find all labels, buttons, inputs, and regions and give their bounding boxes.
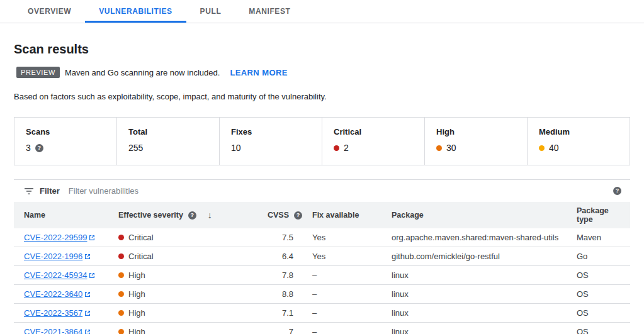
cve-link[interactable]: CVE-2022-29599 xyxy=(24,233,95,242)
stat-fixes: Fixes 10 xyxy=(219,118,322,165)
header-severity: Effective severity xyxy=(118,211,183,220)
help-icon[interactable] xyxy=(294,211,302,220)
stat-critical-value: 2 xyxy=(344,143,349,153)
fix-available-value: – xyxy=(307,323,387,334)
stat-scans-label: Scans xyxy=(26,127,116,136)
tab-overview-label: OVERVIEW xyxy=(28,7,71,16)
header-package-type: Package type xyxy=(577,206,609,224)
cve-link[interactable]: CVE-2022-45934 xyxy=(24,270,95,280)
cve-link[interactable]: CVE-2022-3640 xyxy=(24,289,91,299)
cvss-value: 8.8 xyxy=(247,285,307,304)
cve-link[interactable]: CVE-2021-3864 xyxy=(24,327,91,334)
package-type-value: OS xyxy=(572,304,630,323)
package-value: org.apache.maven.shared:maven-shared-uti… xyxy=(387,228,572,247)
sort-descending-icon[interactable] xyxy=(208,210,212,220)
cve-link[interactable]: CVE-2022-1996 xyxy=(24,252,91,261)
high-dot-icon xyxy=(118,310,124,316)
stat-total-value: 255 xyxy=(128,143,143,153)
cve-id: CVE-2022-1996 xyxy=(24,252,82,261)
tab-pull-label: PULL xyxy=(200,7,222,16)
critical-dot-icon xyxy=(118,235,124,240)
stat-high: High 30 xyxy=(424,118,527,165)
severity-label: Critical xyxy=(128,252,154,261)
header-fix-available: Fix available xyxy=(312,211,359,220)
stat-medium: Medium 40 xyxy=(527,118,630,165)
tab-vulnerabilities-label: VULNERABILITIES xyxy=(99,7,172,16)
filter-label[interactable]: Filter xyxy=(40,186,60,196)
high-dot-icon xyxy=(436,145,442,151)
filter-bar: Filter xyxy=(14,179,630,202)
cvss-value: 7 xyxy=(247,323,307,334)
table-row: CVE-2022-29599 Critical 7.5 Yes org.apac… xyxy=(14,228,630,247)
package-type-value: Maven xyxy=(572,228,630,247)
scan-results-page: OVERVIEW VULNERABILITIES PULL MANIFEST S… xyxy=(0,0,644,334)
table-row: CVE-2022-1996 Critical 6.4 Yes github.co… xyxy=(14,247,630,266)
cvss-value: 6.4 xyxy=(247,247,307,266)
vulnerabilities-table-card: Filter Name Effective severity xyxy=(14,179,630,334)
high-dot-icon xyxy=(118,272,124,278)
preview-badge: PREVIEW xyxy=(16,67,60,78)
package-type-value: OS xyxy=(572,266,630,285)
stat-total: Total 255 xyxy=(116,118,219,165)
severity-label: High xyxy=(128,308,145,318)
cve-id: CVE-2022-29599 xyxy=(24,233,87,242)
filter-icon xyxy=(24,187,34,196)
vulnerabilities-table: Name Effective severity CVSS xyxy=(14,202,630,334)
table-row: CVE-2022-3640 High 8.8 – linux OS xyxy=(14,285,630,304)
critical-dot-icon xyxy=(334,145,339,151)
severity-label: Critical xyxy=(128,233,154,242)
tab-vulnerabilities[interactable]: VULNERABILITIES xyxy=(85,0,186,23)
cve-id: CVE-2022-3567 xyxy=(24,308,82,318)
stat-medium-label: Medium xyxy=(539,127,630,136)
tab-pull[interactable]: PULL xyxy=(186,0,235,23)
page-title: Scan results xyxy=(14,42,630,57)
stat-total-label: Total xyxy=(128,127,219,136)
package-value: github.com/emicklei/go-restful xyxy=(387,247,572,266)
critical-dot-icon xyxy=(118,253,124,259)
filter-input[interactable] xyxy=(69,186,613,196)
external-link-icon xyxy=(84,291,91,298)
learn-more-link[interactable]: LEARN MORE xyxy=(230,68,287,77)
table-row: CVE-2022-3567 High 7.1 – linux OS xyxy=(14,304,630,323)
stat-fixes-value: 10 xyxy=(231,143,241,153)
medium-dot-icon xyxy=(539,145,545,151)
help-icon[interactable] xyxy=(35,144,43,152)
table-row: CVE-2021-3864 High 7 – linux OS xyxy=(14,323,630,334)
stat-critical: Critical 2 xyxy=(322,118,424,165)
fix-available-value: Yes xyxy=(307,247,387,266)
stat-fixes-label: Fixes xyxy=(231,127,322,136)
header-package: Package xyxy=(392,211,424,220)
stat-high-value: 30 xyxy=(446,143,456,153)
help-icon[interactable] xyxy=(188,211,196,220)
cve-link[interactable]: CVE-2022-3567 xyxy=(24,308,91,318)
header-cvss: CVSS xyxy=(268,211,289,220)
stat-medium-value: 40 xyxy=(549,143,559,153)
package-value: linux xyxy=(387,266,572,285)
tab-overview[interactable]: OVERVIEW xyxy=(14,0,85,23)
stats-card: Scans 3 Total 255 Fixes 10 Critical 2 xyxy=(14,117,630,165)
external-link-icon xyxy=(84,329,91,334)
fix-available-value: – xyxy=(307,304,387,323)
package-value: linux xyxy=(387,285,572,304)
fix-available-value: – xyxy=(307,266,387,285)
cve-id: CVE-2022-45934 xyxy=(24,270,87,280)
stat-scans-value: 3 xyxy=(26,143,31,153)
severity-label: High xyxy=(128,289,145,299)
fix-available-value: Yes xyxy=(307,228,387,247)
high-dot-icon xyxy=(118,329,124,334)
package-value: linux xyxy=(387,323,572,334)
external-link-icon xyxy=(89,272,95,279)
tab-bar: OVERVIEW VULNERABILITIES PULL MANIFEST xyxy=(0,0,644,23)
tab-manifest[interactable]: MANIFEST xyxy=(235,0,304,23)
table-row: CVE-2022-45934 High 7.8 – linux OS xyxy=(14,266,630,285)
severity-label: High xyxy=(128,327,145,334)
stat-critical-label: Critical xyxy=(334,127,424,136)
preview-banner: PREVIEW Maven and Go scanning are now in… xyxy=(16,67,630,78)
cvss-value: 7.5 xyxy=(247,228,307,247)
severity-label: High xyxy=(128,270,145,280)
package-type-value: OS xyxy=(572,285,630,304)
package-type-value: Go xyxy=(572,247,630,266)
help-icon[interactable] xyxy=(613,187,621,195)
high-dot-icon xyxy=(118,291,124,297)
cvss-value: 7.8 xyxy=(247,266,307,285)
